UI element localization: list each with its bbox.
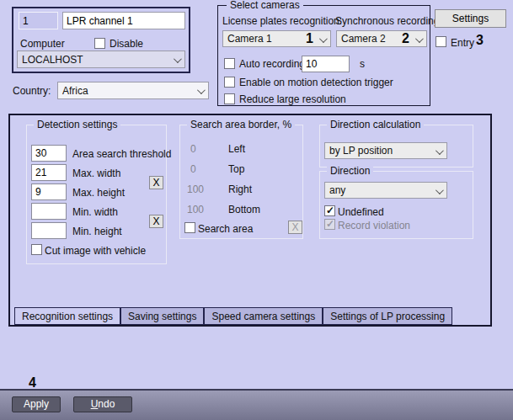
chevron-down-icon [197,86,206,94]
search-area-border-group: Search area border, % 0 Left 0 Top 100 R… [179,125,303,239]
direction-calculation-group: Direction calculation by LP position [319,125,473,167]
tab-settings-of-lp-processing[interactable]: Settings of LP processing [323,307,452,325]
lpr-camera-select-value: Camera 1 [227,33,272,45]
max-width-label: Max. width [72,167,120,179]
channel-name-input[interactable] [62,12,185,29]
auto-recording-seconds-input[interactable] [302,56,350,72]
chevron-down-icon [415,35,424,43]
annotation-1: 1 [306,31,313,46]
undefined-label: Undefined [338,206,384,218]
chevron-down-icon [174,55,182,63]
tab-saving-settings[interactable]: Saving settings [120,307,204,325]
border-bottom-value: 100 [187,204,204,215]
min-height-input[interactable] [31,222,67,239]
direction-calculation-value: by LP position [329,145,393,157]
border-left-label: Left [228,143,245,155]
chevron-down-icon [319,35,328,43]
direction-select[interactable]: any [324,182,447,199]
max-width-input[interactable] [31,164,67,181]
chevron-down-icon [436,146,444,155]
border-right-label: Right [228,183,252,195]
search-area-checkbox[interactable] [184,222,195,233]
entry-checkbox[interactable] [436,36,446,47]
area-search-threshold-label: Area search threshold [72,148,171,160]
direction-group: Direction any Undefined Record violation [319,171,473,239]
max-height-label: Max. height [72,187,125,199]
tab-recognition-settings[interactable]: Recognition settings [14,307,120,325]
recognition-settings-panel: Detection settings Area search threshold… [8,114,492,327]
country-select[interactable]: Africa [57,82,209,99]
settings-button[interactable]: Settings [435,9,506,28]
annotation-3: 3 [476,33,484,48]
lpr-recognition-label: License plates recognition: [222,15,342,27]
detection-settings-group: Detection settings Area search threshold… [26,125,167,264]
chevron-down-icon [436,186,444,194]
auto-recording-checkbox[interactable] [224,58,235,69]
disable-label: Disable [110,38,143,50]
country-label: Country: [13,85,51,97]
channel-number-input[interactable] [19,12,58,29]
max-height-input[interactable] [31,183,67,200]
border-top-label: Top [228,163,244,175]
motion-trigger-label: Enable on motion detection trigger [239,77,393,88]
search-area-border-legend: Search area border, % [187,119,295,130]
clear-search-area-button[interactable]: X [288,221,302,234]
record-violation-label: Record violation [338,220,410,231]
direction-select-value: any [329,184,345,196]
detection-settings-legend: Detection settings [34,119,120,130]
lpr-camera-select[interactable]: Camera 1 1 [222,30,331,47]
min-height-label: Min. height [72,226,122,237]
sync-recording-label: Synchronous recording: [335,15,442,27]
min-width-label: Min. width [72,206,118,218]
undefined-checkbox[interactable] [324,205,335,216]
tab-strip: Recognition settings Saving settings Spe… [14,307,452,325]
border-left-value: 0 [190,143,196,155]
search-area-label: Search area [198,223,253,235]
seconds-unit-label: s [360,58,365,70]
undo-button[interactable]: Undo [73,396,132,412]
border-top-value: 0 [190,163,196,175]
cut-image-checkbox[interactable] [31,244,42,255]
auto-recording-label: Auto recording [239,58,305,70]
apply-button[interactable]: Apply [12,396,61,412]
sync-camera-select-value: Camera 2 [341,33,386,45]
reduce-resolution-checkbox[interactable] [224,93,235,104]
direction-legend: Direction [327,165,373,177]
motion-trigger-checkbox[interactable] [224,77,235,88]
clear-max-size-button[interactable]: X [149,176,163,189]
direction-calculation-legend: Direction calculation [327,119,424,130]
tab-speed-camera-settings[interactable]: Speed camera settings [204,307,323,325]
sync-camera-select[interactable]: Camera 2 2 [336,30,427,47]
border-right-value: 100 [187,183,204,195]
clear-min-size-button[interactable]: X [149,215,163,228]
cut-image-label: Cut image with vehicle [45,245,146,257]
select-cameras-group: Select cameras License plates recognitio… [217,5,430,106]
record-violation-checkbox[interactable] [324,219,335,230]
disable-checkbox[interactable] [94,38,105,49]
country-select-value: Africa [62,85,88,97]
computer-select-value: LOCALHOST [22,54,83,66]
channel-id-box: Computer Disable LOCALHOST [12,7,190,73]
min-width-input[interactable] [31,203,67,220]
reduce-resolution-label: Reduce large resolution [239,93,346,105]
select-cameras-legend: Select cameras [227,0,303,11]
direction-calculation-select[interactable]: by LP position [324,142,447,159]
entry-label: Entry [451,37,474,49]
computer-select[interactable]: LOCALHOST [17,51,185,68]
computer-label: Computer [20,38,65,50]
area-search-threshold-input[interactable] [31,145,67,162]
annotation-2: 2 [402,31,409,46]
border-bottom-label: Bottom [228,204,260,215]
